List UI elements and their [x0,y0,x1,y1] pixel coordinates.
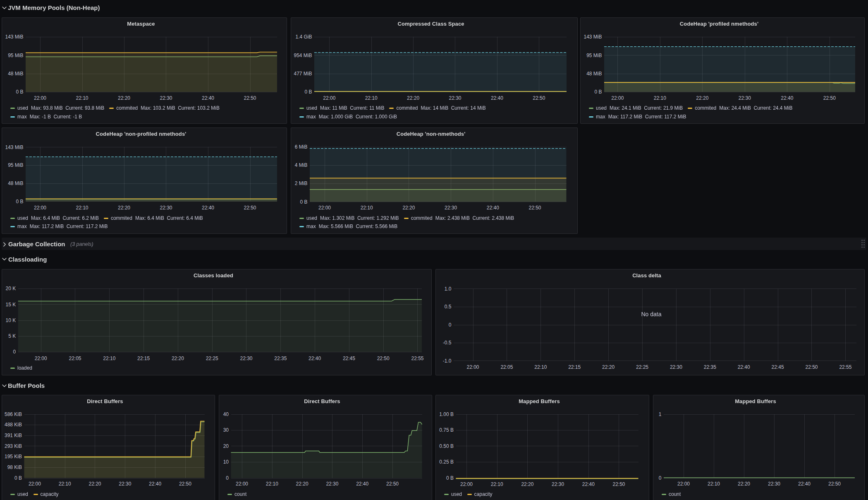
svg-text:22:20: 22:20 [118,95,130,101]
svg-text:22:40: 22:40 [487,205,499,211]
svg-text:22:55: 22:55 [411,356,423,361]
svg-text:22:20: 22:20 [296,481,308,487]
svg-text:22:10: 22:10 [76,95,88,101]
svg-text:95 MiB: 95 MiB [586,53,602,58]
svg-text:0 B: 0 B [16,199,23,204]
svg-text:95 MiB: 95 MiB [8,162,23,168]
svg-text:954 MiB: 954 MiB [294,53,312,58]
svg-text:30: 30 [223,427,229,433]
svg-text:22:30: 22:30 [445,205,457,211]
svg-text:48 MiB: 48 MiB [8,180,23,186]
svg-text:0.50 B: 0.50 B [439,443,454,449]
svg-text:22:45: 22:45 [343,356,355,361]
svg-text:22:10: 22:10 [361,205,373,211]
svg-text:22:20: 22:20 [696,95,708,101]
svg-text:22:30: 22:30 [552,481,564,487]
svg-text:22:20: 22:20 [402,205,415,211]
svg-text:-1.0: -1.0 [443,358,452,364]
svg-text:22:20: 22:20 [738,481,750,487]
svg-text:22:00: 22:00 [34,95,46,101]
svg-text:4 MiB: 4 MiB [295,162,308,168]
svg-text:22:00: 22:00 [611,95,624,101]
svg-text:22:40: 22:40 [798,481,811,487]
svg-text:0: 0 [226,475,229,481]
svg-text:143 MiB: 143 MiB [5,144,23,150]
svg-text:1: 1 [659,411,662,417]
svg-text:22:10: 22:10 [76,205,88,211]
svg-text:0 B: 0 B [446,475,454,481]
svg-text:22:15: 22:15 [137,356,150,361]
svg-text:48 MiB: 48 MiB [8,71,23,77]
svg-text:10: 10 [223,459,229,465]
svg-text:22:05: 22:05 [69,356,81,361]
svg-text:22:00: 22:00 [35,356,47,361]
svg-text:0: 0 [659,475,662,481]
svg-text:22:20: 22:20 [602,364,615,370]
svg-text:1.00 B: 1.00 B [439,411,454,417]
svg-text:22:30: 22:30 [119,481,131,487]
svg-text:22:40: 22:40 [149,481,161,487]
svg-text:0 B: 0 B [594,89,602,95]
svg-text:22:10: 22:10 [654,95,666,101]
svg-text:22:30: 22:30 [160,205,172,211]
svg-text:22:00: 22:00 [677,481,690,487]
svg-text:22:40: 22:40 [356,481,368,487]
svg-text:20 K: 20 K [6,286,16,291]
svg-text:22:20: 22:20 [88,481,101,487]
svg-text:22:40: 22:40 [202,95,214,101]
svg-text:22:50: 22:50 [179,481,191,487]
svg-text:22:05: 22:05 [500,364,513,370]
svg-text:-0.5: -0.5 [443,340,452,346]
svg-text:1.0: 1.0 [445,286,452,292]
svg-text:6 MiB: 6 MiB [295,144,308,150]
svg-text:22:30: 22:30 [326,481,338,487]
svg-text:22:50: 22:50 [828,481,841,487]
svg-text:22:00: 22:00 [323,95,335,101]
svg-text:22:00: 22:00 [236,481,248,487]
svg-text:0.75 B: 0.75 B [439,427,454,433]
svg-text:22:30: 22:30 [449,95,461,101]
svg-text:22:35: 22:35 [274,356,287,361]
svg-text:22:40: 22:40 [491,95,503,101]
svg-text:22:10: 22:10 [365,95,378,101]
svg-text:143 MiB: 143 MiB [5,34,23,40]
svg-text:0 B: 0 B [300,199,307,205]
svg-text:40: 40 [223,411,229,417]
svg-text:22:25: 22:25 [206,356,218,361]
svg-text:0 B: 0 B [16,89,23,95]
svg-text:95 MiB: 95 MiB [8,53,23,58]
svg-text:0: 0 [13,349,16,355]
svg-text:22:00: 22:00 [318,205,331,211]
svg-text:22:00: 22:00 [29,481,41,487]
svg-text:477 MiB: 477 MiB [294,71,312,77]
svg-text:22:10: 22:10 [266,481,278,487]
svg-text:22:10: 22:10 [103,356,115,361]
svg-text:22:00: 22:00 [460,481,473,487]
svg-text:22:50: 22:50 [244,95,256,101]
svg-text:15 K: 15 K [6,302,16,308]
svg-text:391 KiB: 391 KiB [5,433,22,438]
svg-text:20: 20 [223,443,229,449]
svg-text:22:40: 22:40 [582,481,595,487]
svg-text:22:50: 22:50 [823,95,836,101]
svg-text:22:50: 22:50 [386,481,399,487]
svg-text:22:20: 22:20 [172,356,184,361]
svg-text:5 K: 5 K [8,333,16,339]
svg-text:22:45: 22:45 [772,364,784,370]
svg-text:22:10: 22:10 [534,364,547,370]
svg-text:22:30: 22:30 [160,95,172,101]
svg-text:22:15: 22:15 [568,364,581,370]
svg-text:488 KiB: 488 KiB [5,422,22,428]
svg-text:22:50: 22:50 [528,205,541,211]
svg-text:22:50: 22:50 [377,356,390,361]
svg-text:22:35: 22:35 [704,364,716,370]
svg-text:22:20: 22:20 [407,95,419,101]
svg-text:143 MiB: 143 MiB [583,34,602,40]
svg-text:0 B: 0 B [304,89,312,95]
svg-text:22:40: 22:40 [738,364,750,370]
svg-text:22:10: 22:10 [491,481,503,487]
svg-text:22:00: 22:00 [34,205,46,211]
svg-text:22:50: 22:50 [805,364,818,370]
svg-text:586 KiB: 586 KiB [5,411,22,417]
svg-text:293 KiB: 293 KiB [5,443,22,449]
